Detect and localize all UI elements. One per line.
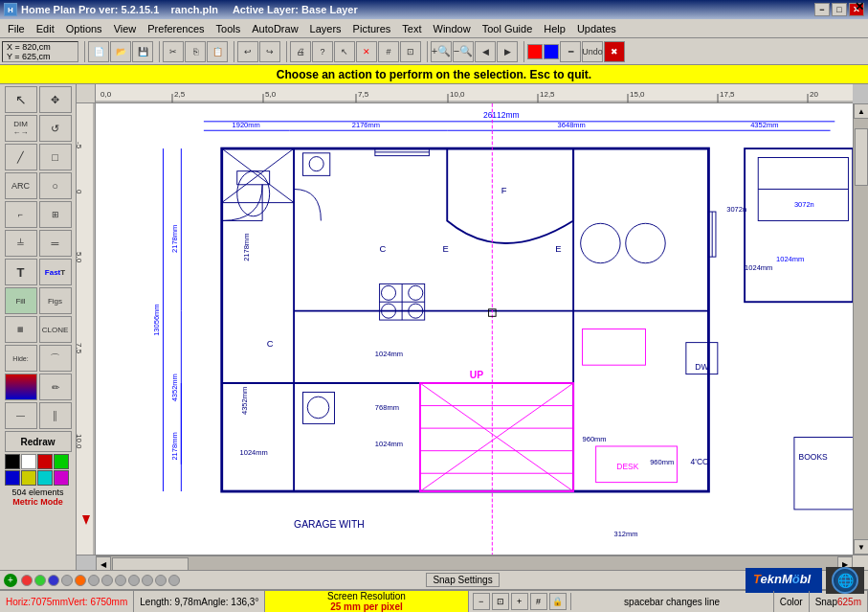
stair-tool[interactable]: ╧ <box>5 230 37 257</box>
zoom-in-button[interactable]: +🔍 <box>431 41 452 62</box>
undo2-button[interactable]: Undo <box>582 41 603 62</box>
redo-button[interactable]: ↪ <box>259 41 280 62</box>
arc-tool[interactable]: ARC <box>5 172 37 199</box>
snap-dot-12[interactable] <box>168 575 180 586</box>
snap-dot-4[interactable] <box>61 575 73 586</box>
maximize-button[interactable]: □ <box>832 3 847 16</box>
dim-tool[interactable]: DIM←→ <box>5 115 37 142</box>
menu-item-layers[interactable]: Layers <box>304 21 347 36</box>
menu-item-updates[interactable]: Updates <box>571 21 622 36</box>
rect-tool[interactable]: □ <box>39 144 72 170</box>
rotate-tool[interactable]: ↺ <box>39 115 72 142</box>
zoom-minus-button[interactable]: − <box>473 593 490 610</box>
zoom-grid-button[interactable]: # <box>530 593 547 610</box>
drawing-canvas[interactable]: 26112mm 1920mm 2176mm 3648mm 4352mm 6272… <box>96 103 853 555</box>
clone-tool[interactable]: CLONE <box>39 316 72 343</box>
wall-tool[interactable]: ═ <box>39 230 72 257</box>
color-picker[interactable] <box>5 374 37 400</box>
snap-dot-6[interactable] <box>88 575 100 586</box>
snap-dot-2[interactable] <box>34 575 46 586</box>
snap-settings-button[interactable]: Snap Settings <box>426 573 499 587</box>
menu-item-file[interactable]: File <box>2 21 31 36</box>
menu-item-autodraw[interactable]: AutoDraw <box>246 21 303 36</box>
paste-button[interactable]: 📋 <box>207 41 228 62</box>
eyedropper-tool[interactable]: ✏ <box>39 374 72 400</box>
snap-dot-11[interactable] <box>155 575 167 586</box>
color-red[interactable] <box>37 454 53 469</box>
text-tool[interactable]: T <box>5 259 37 285</box>
scroll-up-button[interactable]: ▲ <box>854 103 868 119</box>
scroll-thumb-h[interactable] <box>112 557 189 570</box>
fast-text-tool[interactable]: FastT <box>39 259 72 285</box>
circle-tool[interactable]: ○ <box>39 172 72 199</box>
curve-tool[interactable]: ⌒ <box>39 345 72 372</box>
door-tool[interactable]: ⌐ <box>5 201 37 228</box>
select-button[interactable]: ↖ <box>334 41 355 62</box>
snap-dot-7[interactable] <box>101 575 113 586</box>
line-button[interactable]: ━ <box>560 41 581 62</box>
menu-item-view[interactable]: View <box>108 21 143 36</box>
menu-item-help[interactable]: Help <box>538 21 571 36</box>
vline-tool[interactable]: ║ <box>39 402 72 429</box>
save-button[interactable]: 💾 <box>132 41 153 62</box>
zoom-lock-button[interactable]: 🔒 <box>549 593 567 610</box>
snap-dot-9[interactable] <box>128 575 140 586</box>
window-tool[interactable]: ⊞ <box>39 201 72 228</box>
color2-button[interactable] <box>544 44 559 59</box>
snap-button[interactable]: ⊡ <box>400 41 421 62</box>
fill-tool[interactable]: Fill <box>5 287 37 314</box>
zoom-plus-button[interactable]: + <box>511 593 528 610</box>
horizontal-scrollbar[interactable]: ◀ ▶ <box>96 555 853 570</box>
move-tool[interactable]: ✥ <box>39 86 72 113</box>
figs-tool[interactable]: Figs <box>39 287 72 314</box>
line-tool[interactable]: ╱ <box>5 144 37 170</box>
grid-button[interactable]: # <box>378 41 399 62</box>
snap-dot-1[interactable] <box>21 575 33 586</box>
scroll-down-button[interactable]: ▼ <box>854 539 868 555</box>
snap-dot-10[interactable] <box>142 575 153 586</box>
zoom-out-button[interactable]: −🔍 <box>453 41 474 62</box>
copy-button[interactable]: ⎘ <box>185 41 206 62</box>
color-black[interactable] <box>5 454 20 469</box>
help-button[interactable]: ? <box>312 41 333 62</box>
vertical-scrollbar[interactable]: ▲ ▼ <box>853 103 868 555</box>
snap-dot-3[interactable] <box>48 575 59 586</box>
color-blue[interactable] <box>5 470 20 486</box>
color-yellow[interactable] <box>21 470 36 486</box>
cut-button[interactable]: ✂ <box>163 41 184 62</box>
menu-item-tool guide[interactable]: Tool Guide <box>477 21 539 36</box>
add-snap-button[interactable]: + <box>4 574 17 587</box>
stop-button[interactable]: ✖ <box>604 41 625 62</box>
scroll-left-button[interactable]: ◀ <box>96 556 111 570</box>
color-green[interactable] <box>54 454 69 469</box>
minimize-button[interactable]: − <box>814 3 830 16</box>
measure-tool[interactable]: ▦ <box>5 316 37 343</box>
menu-item-tools[interactable]: Tools <box>211 21 247 36</box>
action-close[interactable]: ✕ <box>855 0 864 13</box>
menu-item-window[interactable]: Window <box>428 21 477 36</box>
print-button[interactable]: 🖨 <box>290 41 311 62</box>
menu-item-options[interactable]: Options <box>60 21 108 36</box>
color-white[interactable] <box>21 454 36 469</box>
color-magenta[interactable] <box>54 470 69 486</box>
scroll-track-v[interactable] <box>854 119 868 539</box>
color1-button[interactable] <box>527 44 543 59</box>
zoom-fit-button[interactable]: ⊡ <box>492 593 509 610</box>
snap-dot-8[interactable] <box>115 575 126 586</box>
snap-dot-5[interactable] <box>75 575 86 586</box>
menu-item-pictures[interactable]: Pictures <box>347 21 397 36</box>
new-button[interactable]: 📄 <box>88 41 109 62</box>
menu-item-text[interactable]: Text <box>396 21 427 36</box>
hline-tool[interactable]: — <box>5 402 37 429</box>
redraw-button[interactable]: Redraw <box>5 431 72 452</box>
hide-tool[interactable]: Hide: <box>5 345 37 372</box>
pan-right-button[interactable]: ▶ <box>497 41 518 62</box>
scroll-track-h[interactable] <box>111 556 837 570</box>
open-button[interactable]: 📂 <box>110 41 131 62</box>
color-cyan[interactable] <box>37 470 53 486</box>
select-tool[interactable]: ↖ <box>5 86 37 113</box>
delete-button[interactable]: ✕ <box>356 41 377 62</box>
menu-item-preferences[interactable]: Preferences <box>142 21 210 36</box>
scroll-thumb-v[interactable] <box>855 128 868 186</box>
undo-button[interactable]: ↩ <box>237 41 258 62</box>
